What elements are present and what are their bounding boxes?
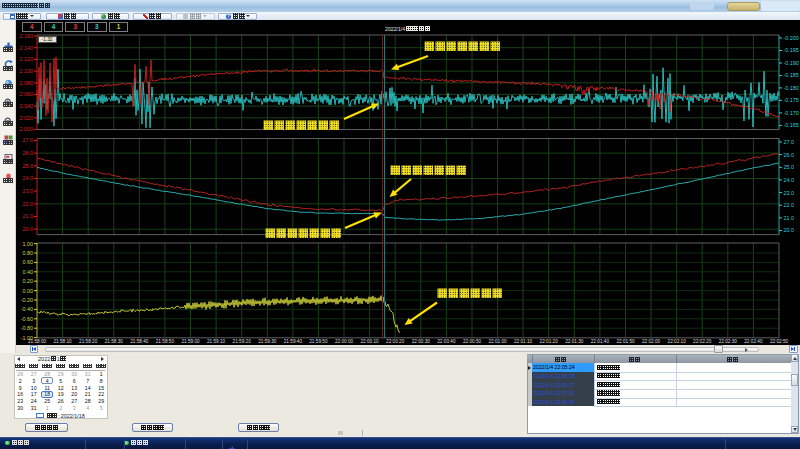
svg-text:2.040: 2.040 [20, 103, 34, 109]
svg-text:-0.165: -0.165 [784, 122, 799, 128]
svg-text:2.160: 2.160 [20, 33, 34, 39]
svg-text:22:02:40: 22:02:40 [744, 339, 763, 344]
svg-text:22.0: 22.0 [23, 201, 34, 207]
svg-text:-0.80: -0.80 [21, 325, 33, 331]
svg-text:22:01:20: 22:01:20 [540, 339, 559, 344]
svg-text:-0.170: -0.170 [784, 110, 799, 116]
svg-text:22:02:50: 22:02:50 [770, 339, 789, 344]
svg-text:21:58:00: 21:58:00 [28, 339, 47, 344]
svg-text:21:58:40: 21:58:40 [130, 339, 149, 344]
svg-text:2.000: 2.000 [20, 126, 34, 132]
svg-text:-0.200: -0.200 [784, 35, 799, 41]
svg-text:21.0: 21.0 [23, 213, 34, 219]
svg-text:2.120: 2.120 [20, 56, 34, 62]
svg-text:21:59:50: 21:59:50 [309, 339, 328, 344]
svg-text:1.00: 1.00 [23, 241, 34, 247]
svg-text:22:02:10: 22:02:10 [668, 339, 687, 344]
svg-text:22:00:30: 22:00:30 [412, 339, 431, 344]
svg-text:-0.60: -0.60 [21, 316, 33, 322]
svg-text:22.0: 22.0 [784, 202, 795, 208]
svg-text:0.20: 0.20 [23, 278, 34, 284]
svg-text:21:59:20: 21:59:20 [233, 339, 252, 344]
svg-text:2.060: 2.060 [20, 91, 34, 97]
svg-text:-0.195: -0.195 [784, 47, 799, 53]
svg-text:23.0: 23.0 [784, 190, 795, 196]
svg-text:22:00:40: 22:00:40 [437, 339, 456, 344]
svg-text:-0.40: -0.40 [21, 306, 33, 312]
svg-text:22:00:00: 22:00:00 [335, 339, 354, 344]
svg-text:2.140: 2.140 [20, 45, 34, 51]
svg-text:21:59:00: 21:59:00 [181, 339, 200, 344]
svg-text:27.0: 27.0 [784, 139, 795, 145]
svg-text:22:01:00: 22:01:00 [488, 339, 507, 344]
svg-text:22:01:10: 22:01:10 [514, 339, 533, 344]
svg-text:2.080: 2.080 [20, 80, 34, 86]
svg-text:26.0: 26.0 [784, 152, 795, 158]
svg-text:24.0: 24.0 [784, 177, 795, 183]
svg-text:25.0: 25.0 [784, 164, 795, 170]
svg-text:-0.190: -0.190 [784, 60, 799, 66]
svg-text:24.0: 24.0 [23, 175, 34, 181]
svg-text:22:02:30: 22:02:30 [719, 339, 738, 344]
svg-text:22:01:50: 22:01:50 [616, 339, 635, 344]
svg-text:21:59:30: 21:59:30 [258, 339, 277, 344]
svg-text:2.100: 2.100 [20, 68, 34, 74]
svg-text:22:00:20: 22:00:20 [386, 339, 405, 344]
svg-text:21:58:20: 21:58:20 [79, 339, 98, 344]
svg-text:-0.185: -0.185 [784, 72, 799, 78]
svg-text:23.0: 23.0 [23, 188, 34, 194]
svg-text:21:58:10: 21:58:10 [53, 339, 72, 344]
svg-text:0.80: 0.80 [23, 250, 34, 256]
svg-text:21:58:30: 21:58:30 [105, 339, 124, 344]
svg-text:21:59:40: 21:59:40 [284, 339, 303, 344]
svg-text:21:59:10: 21:59:10 [207, 339, 226, 344]
svg-text:0.60: 0.60 [23, 259, 34, 265]
svg-text:-0.175: -0.175 [784, 97, 799, 103]
svg-text:26.0: 26.0 [23, 150, 34, 156]
svg-text:21.0: 21.0 [784, 215, 795, 221]
svg-text:22:01:30: 22:01:30 [565, 339, 584, 344]
svg-text:22:00:50: 22:00:50 [463, 339, 482, 344]
svg-text:21:58:50: 21:58:50 [156, 339, 175, 344]
svg-text:22:02:20: 22:02:20 [693, 339, 712, 344]
svg-text:22:00:10: 22:00:10 [360, 339, 379, 344]
svg-text:20.0: 20.0 [784, 227, 795, 233]
svg-text:25.0: 25.0 [23, 163, 34, 169]
svg-text:-0.20: -0.20 [21, 297, 33, 303]
svg-text:0.00: 0.00 [23, 288, 34, 294]
svg-text:27.0: 27.0 [23, 137, 34, 143]
svg-text:-0.180: -0.180 [784, 85, 799, 91]
svg-text:22:01:40: 22:01:40 [591, 339, 610, 344]
svg-text:2.020: 2.020 [20, 115, 34, 121]
svg-text:0.40: 0.40 [23, 269, 34, 275]
svg-text:22:02:00: 22:02:00 [642, 339, 661, 344]
svg-text:20.0: 20.0 [23, 226, 34, 232]
